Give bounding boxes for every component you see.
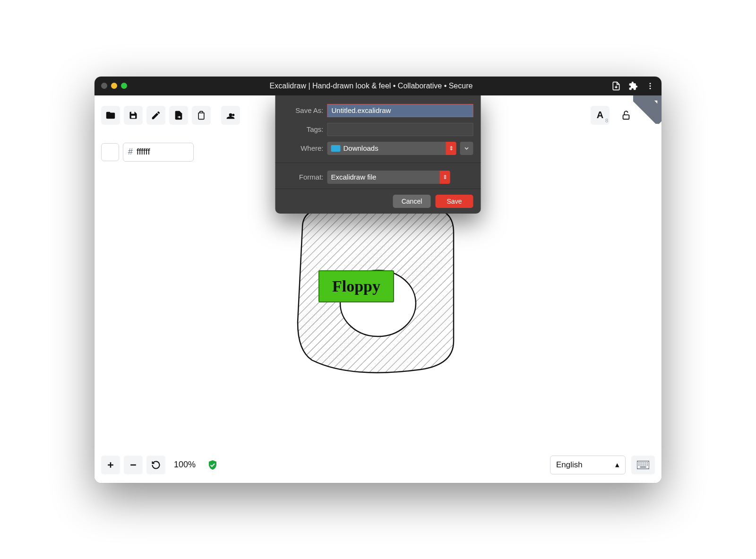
where-label: Where: [283, 144, 324, 152]
tags-label: Tags: [283, 125, 324, 133]
folder-icon [331, 145, 341, 152]
select-stepper-icon: ⇕ [440, 171, 450, 184]
page-title: Excalidraw | Hand-drawn look & feel • Co… [136, 82, 607, 90]
language-value: English [556, 460, 583, 470]
bottom-right-controls: English ▴ [550, 456, 655, 474]
zoom-in-button[interactable] [101, 456, 120, 474]
svg-rect-18 [643, 464, 644, 465]
drawing-label[interactable]: Floppy [318, 270, 394, 302]
lock-toggle[interactable] [619, 108, 633, 122]
reset-icon [151, 460, 161, 470]
keyboard-icon [637, 461, 649, 469]
format-label: Format: [283, 173, 324, 181]
svg-point-1 [650, 85, 651, 86]
svg-rect-3 [131, 115, 135, 118]
format-select[interactable]: Excalidraw file ⇕ [327, 171, 450, 184]
file-toolbar [101, 106, 240, 125]
minimize-window-icon[interactable] [111, 83, 117, 89]
save-confirm-button[interactable]: Save [436, 195, 473, 208]
svg-rect-21 [640, 466, 646, 467]
tool-index-badge: 8 [605, 118, 608, 123]
svg-rect-11 [638, 462, 639, 463]
svg-point-0 [650, 83, 651, 84]
chevron-down-icon [464, 145, 470, 152]
color-hex-input[interactable] [136, 146, 178, 157]
svg-rect-13 [643, 462, 644, 463]
svg-rect-19 [644, 464, 645, 465]
trash-icon [197, 111, 206, 120]
save-as-button[interactable] [146, 106, 165, 125]
caret-up-icon: ▴ [615, 460, 619, 470]
people-icon [225, 111, 236, 120]
window-controls [101, 83, 127, 89]
close-window-icon[interactable] [101, 83, 107, 89]
minus-icon [129, 460, 138, 470]
floppy-icon [129, 111, 138, 120]
color-panel: # [101, 143, 194, 162]
svg-rect-15 [647, 462, 648, 463]
save-as-label: Save As: [283, 106, 324, 114]
svg-rect-4 [623, 115, 629, 119]
save-button[interactable] [124, 106, 143, 125]
zoom-value: 100% [174, 460, 196, 470]
export-icon [173, 110, 184, 120]
folder-open-icon [105, 110, 116, 120]
save-dialog: Save As: Tags: Where: Downloads ⇕ [275, 95, 481, 214]
collaborate-button[interactable] [221, 106, 240, 125]
svg-rect-20 [647, 464, 648, 465]
zoom-out-button[interactable] [124, 456, 143, 474]
encryption-shield-icon[interactable] [207, 459, 218, 471]
delete-button[interactable] [192, 106, 211, 125]
github-ribbon[interactable] [633, 95, 662, 124]
drawing-shape[interactable]: Floppy [279, 190, 477, 388]
shape-toolbar-partial: A 8 [591, 106, 633, 125]
extensions-icon[interactable] [628, 81, 638, 91]
export-button[interactable] [169, 106, 188, 125]
hash-icon: # [128, 147, 133, 157]
svg-rect-16 [638, 464, 639, 465]
zoom-toolbar: 100% [101, 456, 218, 474]
svg-rect-17 [641, 464, 642, 465]
kebab-menu-icon[interactable] [645, 81, 655, 91]
drawing: Floppy [279, 190, 477, 388]
plus-icon [106, 460, 115, 470]
select-stepper-icon: ⇕ [446, 142, 456, 155]
drawing-label-text: Floppy [332, 277, 380, 295]
svg-point-2 [650, 87, 651, 89]
where-value: Downloads [344, 144, 378, 152]
pencil-floppy-icon [151, 110, 161, 120]
svg-rect-14 [644, 462, 645, 463]
zoom-reset-button[interactable] [146, 456, 165, 474]
format-value: Excalidraw file [331, 173, 377, 181]
browser-window: Excalidraw | Hand-drawn look & feel • Co… [94, 77, 662, 483]
expand-dialog-button[interactable] [460, 142, 473, 155]
shortcuts-button[interactable] [631, 456, 655, 474]
where-select[interactable]: Downloads ⇕ [327, 142, 456, 155]
filename-input[interactable] [327, 104, 473, 117]
cancel-button[interactable]: Cancel [393, 195, 431, 208]
language-select[interactable]: English ▴ [550, 456, 626, 474]
file-download-icon[interactable] [611, 81, 621, 91]
window-titlebar: Excalidraw | Hand-drawn look & feel • Co… [94, 77, 662, 95]
unlock-icon [621, 110, 631, 120]
tags-input[interactable] [327, 123, 473, 136]
maximize-window-icon[interactable] [121, 83, 127, 89]
open-button[interactable] [101, 106, 120, 125]
color-hex-field[interactable]: # [123, 143, 194, 162]
svg-rect-12 [641, 462, 642, 463]
excalidraw-canvas[interactable]: # A 8 [94, 95, 662, 483]
text-tool-icon: A [597, 110, 603, 120]
text-tool[interactable]: A 8 [591, 106, 610, 125]
color-swatch[interactable] [101, 143, 119, 161]
browser-actions [611, 81, 655, 91]
